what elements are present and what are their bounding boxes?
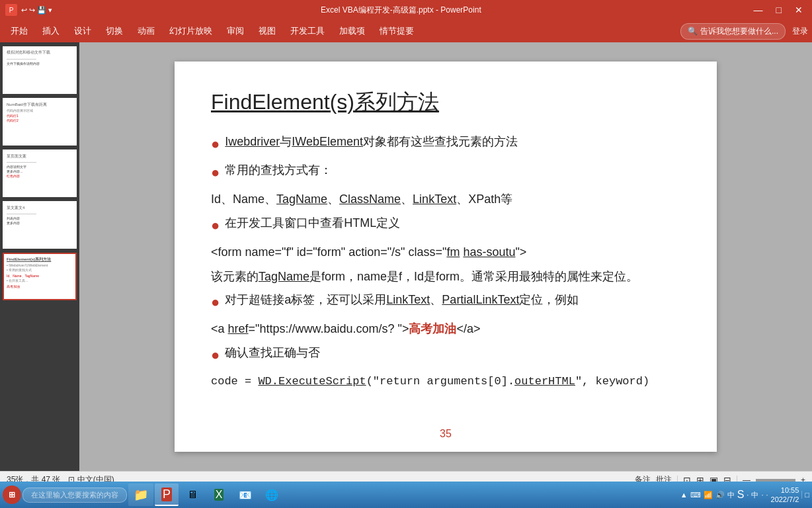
clock-date: 2022/7/2 bbox=[771, 495, 799, 504]
bullet-text-2: 常用的查找方式有： bbox=[225, 161, 332, 179]
taskbar-dot2: · bbox=[761, 491, 763, 499]
bullet-item-4: ● 对于超链接a标签，还可以采用LinkText、PartialLinkText… bbox=[211, 291, 680, 313]
menu-start[interactable]: 开始 bbox=[4, 22, 34, 40]
taskbar-lang[interactable]: 中 bbox=[751, 490, 758, 500]
bullet-item-2: ● 常用的查找方式有： bbox=[211, 161, 680, 183]
taskbar-right: ▲ ⌨ 📶 🔊 中 S · 中 · · 10:55 2022/7/2 □ bbox=[680, 486, 809, 505]
search-placeholder: 告诉我您想要做什么... bbox=[700, 26, 778, 37]
slide-area: FindElement(s)系列方法 ● Iwebdriver与IWebElem… bbox=[79, 42, 812, 471]
bullet-item-5: ● 确认查找正确与否 bbox=[211, 344, 680, 366]
taskbar-clock[interactable]: 10:55 2022/7/2 bbox=[771, 486, 799, 505]
taskbar-search[interactable]: 在这里输入您要搜索的内容 bbox=[22, 487, 127, 503]
taskbar-dot3: · bbox=[766, 491, 768, 499]
clock-time: 10:55 bbox=[771, 486, 799, 495]
taskbar: ⊞ 在这里输入您要搜索的内容 📁 P 🖥 X 📧 🌐 ▲ ⌨ 📶 🔊 中 S ·… bbox=[0, 482, 812, 508]
slide-thumb-2[interactable]: NumBaid作下载有距离 代码内容展示区域 代码行1 代码行2 bbox=[3, 98, 77, 146]
bullet-text-5: 确认查找正确与否 bbox=[225, 344, 320, 362]
main-area: 模拟浏览和移动文件下载 ————————— 文件下载操作说明内容 NumBaid… bbox=[0, 42, 812, 471]
taskbar-mail[interactable]: 📧 bbox=[233, 484, 258, 506]
bullet-dot-4: ● bbox=[211, 291, 220, 313]
iwebelement-text: IWebElement bbox=[292, 135, 363, 148]
bullet-text-3: 在开发工具窗口中查看HTML定义 bbox=[225, 214, 400, 232]
close-btn[interactable]: ✕ bbox=[791, 5, 807, 15]
menu-storyboard[interactable]: 情节提要 bbox=[373, 22, 421, 40]
taskbar-volume[interactable]: 🔊 bbox=[715, 491, 725, 499]
taskbar-browser[interactable]: 🌐 bbox=[259, 484, 284, 506]
slide-title: FindElement(s)系列方法 bbox=[211, 88, 680, 117]
windows-button[interactable]: ⊞ bbox=[3, 486, 21, 504]
taskbar-ppt[interactable]: P bbox=[155, 484, 179, 506]
taskbar-network[interactable]: 📶 bbox=[704, 491, 713, 499]
taskbar-keyboard[interactable]: ⌨ bbox=[690, 491, 701, 499]
maximize-btn[interactable]: □ bbox=[772, 5, 786, 15]
minimize-btn[interactable]: — bbox=[750, 5, 767, 15]
link-code-text: <a href="https://www.baidu.com/s? ">高考加油… bbox=[211, 319, 680, 339]
zoom-slider[interactable] bbox=[756, 479, 795, 482]
menu-insert[interactable]: 插入 bbox=[36, 22, 66, 40]
menu-slideshow[interactable]: 幻灯片放映 bbox=[163, 22, 219, 40]
slide-page-number: 35 bbox=[440, 428, 452, 440]
taskbar-search-placeholder: 在这里输入您要搜索的内容 bbox=[31, 491, 118, 499]
find-methods-text: Id、Name、TagName、ClassName、LinkText、XPath… bbox=[211, 190, 680, 209]
bullet-item-3: ● 在开发工具窗口中查看HTML定义 bbox=[211, 214, 680, 236]
taskbar-dot1: · bbox=[747, 491, 749, 499]
bullet-item-1: ● Iwebdriver与IWebElement对象都有这些查找元素的方法 bbox=[211, 133, 680, 155]
title-bar-left: P ↩ ↪ 💾 ▾ bbox=[5, 4, 52, 16]
menu-bar: 开始 插入 设计 切换 动画 幻灯片放映 审阅 视图 开发工具 加载项 情节提要… bbox=[0, 20, 812, 42]
bullet-text-4: 对于超链接a标签，还可以采用LinkText、PartialLinkText定位… bbox=[225, 291, 579, 309]
code-line-text: code = WD.ExecuteScript("return argument… bbox=[211, 372, 680, 390]
slide-thumb-1[interactable]: 模拟浏览和移动文件下载 ————————— 文件下载操作说明内容 bbox=[3, 46, 77, 94]
slide-thumb-5[interactable]: FindElement(s)系列方法 • IWebdriver与IWebElem… bbox=[3, 253, 77, 300]
taskbar-file-explorer[interactable]: 📁 bbox=[128, 484, 153, 506]
title-bar: P ↩ ↪ 💾 ▾ Excel VBA编程开发-高级篇.pptx - Power… bbox=[0, 0, 812, 20]
search-icon: 🔍 bbox=[688, 26, 698, 36]
bullet-dot-5: ● bbox=[211, 344, 220, 366]
iwebdriver-text: Iwebdriver bbox=[225, 135, 280, 148]
slide-content: FindElement(s)系列方法 ● Iwebdriver与IWebElem… bbox=[175, 62, 717, 452]
menu-animation[interactable]: 动画 bbox=[131, 22, 161, 40]
window-title: Excel VBA编程开发-高级篇.pptx - PowerPoint bbox=[52, 5, 749, 16]
taskbar-ime[interactable]: 中 bbox=[727, 490, 735, 500]
slides-panel: 模拟浏览和移动文件下载 ————————— 文件下载操作说明内容 NumBaid… bbox=[0, 42, 79, 471]
form-code-text: <form name="f" id="form" action="/s" cla… bbox=[211, 243, 680, 262]
menu-view[interactable]: 视图 bbox=[252, 22, 282, 40]
app-icon: P bbox=[5, 4, 17, 16]
taskbar-excel[interactable]: X bbox=[206, 484, 231, 506]
menu-transition[interactable]: 切换 bbox=[99, 22, 130, 40]
bullet-text-1: Iwebdriver与IWebElement对象都有这些查找元素的方法 bbox=[225, 133, 518, 151]
window-controls: — □ ✕ bbox=[750, 5, 807, 15]
taskbar-up-arrow[interactable]: ▲ bbox=[680, 491, 688, 499]
bullet-dot-2: ● bbox=[211, 161, 220, 183]
search-box[interactable]: 🔍 告诉我您想要做什么... bbox=[680, 23, 786, 40]
login-button[interactable]: 登录 bbox=[792, 26, 808, 37]
taskbar-more[interactable]: S bbox=[737, 489, 745, 501]
quick-access: ↩ ↪ 💾 ▾ bbox=[21, 6, 52, 15]
show-desktop[interactable]: □ bbox=[801, 491, 809, 499]
menu-addins[interactable]: 加载项 bbox=[333, 22, 372, 40]
menu-design[interactable]: 设计 bbox=[67, 22, 98, 40]
slide-thumb-4[interactable]: 某文案文4 ————————— 列表内容 更多内容 bbox=[3, 201, 77, 249]
bullet-dot-1: ● bbox=[211, 133, 220, 155]
slide-thumb-3[interactable]: 某页面文案 ————————— 内容说明文字 更多内容... 红色内容 bbox=[3, 149, 77, 197]
menu-review[interactable]: 审阅 bbox=[220, 22, 251, 40]
taskbar-monitor[interactable]: 🖥 bbox=[180, 484, 205, 506]
form-desc-text: 该元素的TagName是form，name是f，Id是form。通常采用最独特的… bbox=[211, 267, 680, 286]
bullet-dot-3: ● bbox=[211, 214, 220, 236]
menu-developer[interactable]: 开发工具 bbox=[284, 22, 331, 40]
